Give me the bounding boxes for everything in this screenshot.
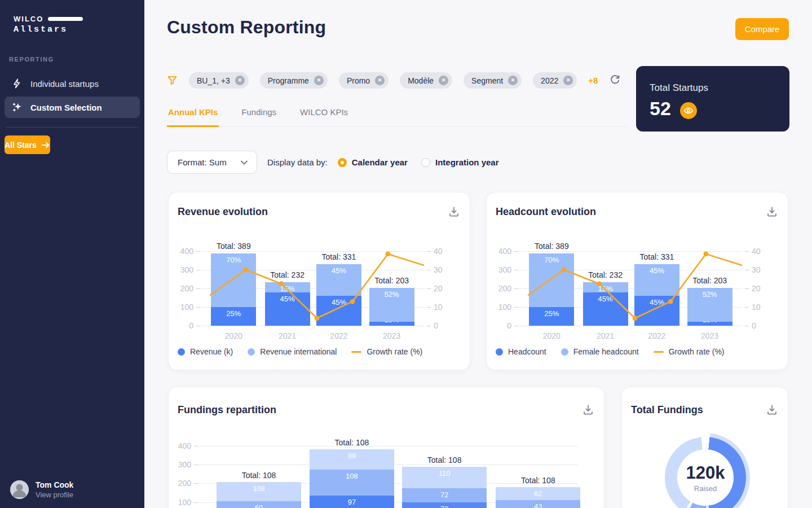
axis-tick xyxy=(194,465,198,465)
total-startups-label: Total Startups xyxy=(650,82,708,94)
filter-chip-label: Segment xyxy=(471,76,503,85)
legend-item: Headcount xyxy=(496,347,546,356)
avatar xyxy=(10,480,29,499)
gridline xyxy=(198,446,578,446)
revenue-chart-legend: Revenue (k)Revenue internationalGrowth r… xyxy=(178,347,422,356)
fundings-card-title: Fundings repartition xyxy=(178,404,276,416)
filter-chip-label: Programme xyxy=(268,76,309,85)
remove-filter-icon[interactable]: ✕ xyxy=(235,76,245,85)
bar-segment-label: 43 xyxy=(496,502,580,508)
remove-filter-icon[interactable]: ✕ xyxy=(563,76,573,85)
tab-fundings[interactable]: Fundings xyxy=(240,107,277,127)
filter-chip[interactable]: Promo✕ xyxy=(339,72,389,89)
profile-link[interactable]: Tom Cook View profile xyxy=(10,480,73,499)
axis-tick xyxy=(196,307,200,308)
more-filters-button[interactable]: +8 xyxy=(588,76,598,85)
download-icon xyxy=(766,404,778,415)
growth-rate-line xyxy=(201,251,425,326)
filter-chip[interactable]: Programme✕ xyxy=(260,72,328,89)
total-startups-card: Total Startups 52 xyxy=(636,66,789,132)
axis-tick xyxy=(745,270,749,270)
filter-chip-label: BU_1, +3 xyxy=(197,76,230,85)
all-stars-button[interactable]: All Stars xyxy=(5,135,50,154)
axis-tick xyxy=(514,288,518,289)
x-axis-label: 2022 xyxy=(634,331,679,340)
legend-item: Revenue (k) xyxy=(178,347,233,356)
chevron-down-icon xyxy=(241,160,248,165)
download-icon xyxy=(766,206,778,217)
view-startups-eye-button[interactable] xyxy=(680,102,697,119)
arrow-right-icon xyxy=(41,141,50,149)
bar-total-label: Total: 108 xyxy=(225,471,293,480)
axis-tick xyxy=(745,288,749,289)
y-axis-label-right: 0 xyxy=(434,321,453,330)
sidebar-item-custom-selection[interactable]: Custom Selection xyxy=(5,97,140,118)
filter-chip[interactable]: BU_1, +3✕ xyxy=(189,72,249,89)
legend-swatch xyxy=(561,348,568,356)
x-axis-label: 2021 xyxy=(265,331,310,340)
download-button[interactable] xyxy=(765,403,779,418)
filter-chip[interactable]: Segment✕ xyxy=(464,72,522,89)
sidebar-item-individual-startups[interactable]: Individual startups xyxy=(5,73,140,94)
axis-tick xyxy=(745,307,749,308)
growth-rate-line xyxy=(519,251,743,326)
compare-button[interactable]: Compare xyxy=(735,18,789,40)
gridline xyxy=(201,326,425,326)
legend-label: Revenue international xyxy=(260,347,337,356)
x-axis-label: 2020 xyxy=(529,331,574,340)
lightning-icon xyxy=(11,78,23,89)
total-fundings-card: Total Fundings 120k Raised xyxy=(621,387,788,508)
reset-filters-icon[interactable] xyxy=(609,75,621,86)
axis-tick xyxy=(427,288,431,289)
filter-chip[interactable]: Modèle✕ xyxy=(400,72,452,89)
y-axis-label-left: 400 xyxy=(174,247,193,256)
format-select[interactable]: Format: Sum xyxy=(167,151,257,174)
radio-selected-icon xyxy=(338,158,347,167)
remove-filter-icon[interactable]: ✕ xyxy=(314,76,324,85)
y-axis-label-right: 30 xyxy=(752,265,771,274)
y-axis-label-left: 200 xyxy=(174,284,193,293)
remove-filter-icon[interactable]: ✕ xyxy=(508,76,518,85)
y-axis-label-left: 200 xyxy=(492,284,511,293)
radio-calendar-year[interactable]: Calendar year xyxy=(338,157,408,167)
donut-center-label: Raised xyxy=(694,484,717,493)
y-axis-label-right: 20 xyxy=(752,284,771,293)
legend-swatch xyxy=(654,351,664,353)
x-axis-label: 2023 xyxy=(369,331,414,340)
bar-segment-label: 72 xyxy=(402,505,487,508)
y-axis-label-left: 100 xyxy=(174,303,193,312)
filter-chip-label: 2022 xyxy=(541,76,558,85)
radio-integration-year[interactable]: Integration year xyxy=(421,157,499,167)
revenue-evolution-card: Revenue evolution 0010010200203003040040… xyxy=(168,192,470,370)
axis-tick xyxy=(194,446,198,446)
sparkles-icon xyxy=(11,102,23,113)
legend-label: Female headcount xyxy=(573,347,639,356)
remove-filter-icon[interactable]: ✕ xyxy=(375,76,385,85)
axis-tick xyxy=(514,270,518,270)
legend-label: Revenue (k) xyxy=(190,347,233,356)
axis-tick xyxy=(514,326,518,326)
app-logo: WILCO Allstars xyxy=(0,0,144,34)
bar-total-label: Total: 108 xyxy=(411,456,478,465)
tab-annual-kpis[interactable]: Annual KPIs xyxy=(167,107,219,127)
download-button[interactable] xyxy=(447,205,461,220)
donut-center-value: 120k xyxy=(686,463,725,483)
bar-total-label: Total: 108 xyxy=(504,476,572,485)
eye-icon xyxy=(683,106,694,116)
radio-label: Integration year xyxy=(435,157,499,167)
filter-chip[interactable]: 2022✕ xyxy=(533,72,577,89)
axis-tick xyxy=(514,307,518,308)
headcount-card-title: Headcount evolution xyxy=(496,206,596,218)
x-axis-label: 2020 xyxy=(211,331,256,340)
download-button[interactable] xyxy=(581,403,595,418)
remove-filter-icon[interactable]: ✕ xyxy=(439,76,448,85)
logo-text-allstars: Allstars xyxy=(14,25,144,34)
download-button[interactable] xyxy=(765,205,779,220)
radio-unselected-icon xyxy=(421,158,430,167)
headcount-chart-legend: HeadcountFemale headcountGrowth rate (%) xyxy=(496,347,725,356)
profile-view-label: View profile xyxy=(36,491,73,499)
logo-text-wilco: WILCO xyxy=(14,15,43,23)
y-axis-label-left: 300 xyxy=(172,460,191,469)
legend-item: Female headcount xyxy=(561,347,639,356)
tab-wilco-kpis[interactable]: WILCO KPIs xyxy=(299,107,349,127)
